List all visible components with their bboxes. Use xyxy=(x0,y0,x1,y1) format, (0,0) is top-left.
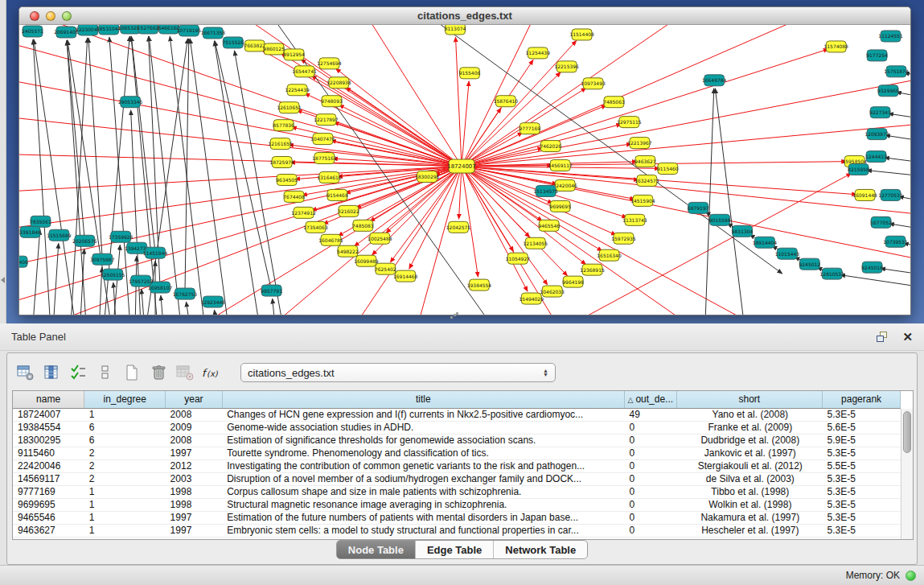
table-cell[interactable]: Nakamura et al. (1997) xyxy=(676,511,823,524)
graph-edge[interactable] xyxy=(19,167,462,274)
graph-edge[interactable] xyxy=(704,89,714,315)
graph-edge[interactable] xyxy=(880,269,910,279)
table-cell[interactable]: 0 xyxy=(625,434,677,447)
column-header-pagerank[interactable]: pagerank xyxy=(823,391,901,408)
table-cell[interactable]: 0 xyxy=(625,472,677,485)
graph-edge[interactable] xyxy=(462,167,528,292)
graph-edge[interactable] xyxy=(19,167,462,234)
table-row[interactable]: 977716911998Corpus callosum shape and si… xyxy=(13,485,901,498)
graph-edge[interactable] xyxy=(215,41,272,290)
graph-edge[interactable] xyxy=(19,33,462,167)
table-cell[interactable]: 5.9E-5 xyxy=(823,434,901,447)
table-cell[interactable]: Tourette syndrome. Phenomenology and cla… xyxy=(222,447,624,459)
table-cell[interactable]: 18724007 xyxy=(13,408,84,421)
table-cell[interactable]: Investigating the contribution of common… xyxy=(222,459,624,472)
table-cell[interactable]: 1 xyxy=(84,511,166,524)
table-row[interactable]: 2242004622012Investigating the contribut… xyxy=(13,459,901,472)
column-header-year[interactable]: year xyxy=(166,391,223,408)
graph-edge[interactable] xyxy=(170,36,209,315)
table-cell[interactable]: 2008 xyxy=(166,434,223,447)
table-cell[interactable]: 1 xyxy=(84,498,166,511)
table-cell[interactable]: 9777169 xyxy=(13,485,84,498)
row-height-icon[interactable] xyxy=(93,361,117,384)
table-cell[interactable]: 9115460 xyxy=(13,447,84,459)
table-cell[interactable]: 0 xyxy=(625,524,677,537)
table-cell[interactable]: 2003 xyxy=(166,472,223,485)
table-cell[interactable]: 2 xyxy=(84,459,166,472)
panel-resize-grip[interactable] xyxy=(450,312,458,319)
graph-edge[interactable] xyxy=(888,113,910,123)
table-cell[interactable]: Dudbridge et al. (2008) xyxy=(676,434,823,447)
delete-column-icon[interactable] xyxy=(146,361,170,384)
table-cell[interactable]: 0 xyxy=(625,485,677,498)
table-cell[interactable]: 0 xyxy=(625,498,677,511)
table-cell[interactable]: Embryonic stem cells: a model to study s… xyxy=(222,524,624,537)
table-cell[interactable]: 18300295 xyxy=(13,434,84,447)
table-cell[interactable]: 5.3E-5 xyxy=(823,447,901,459)
graph-edge[interactable] xyxy=(142,289,147,315)
tab-edge-table[interactable]: Edge Table xyxy=(416,541,494,558)
network-graph[interactable]: 1872400776638229860125891295416544741122… xyxy=(19,25,910,315)
table-cell[interactable]: Structural magnetic resonance image aver… xyxy=(222,498,624,511)
graph-edge[interactable] xyxy=(840,275,910,291)
graph-edge[interactable] xyxy=(131,36,155,253)
graph-edge[interactable] xyxy=(357,25,462,167)
table-select[interactable]: citations_edges.txt ▲▼ xyxy=(240,363,556,382)
table-cell[interactable]: 2009 xyxy=(166,421,223,434)
table-cell[interactable]: 9465546 xyxy=(13,511,84,524)
delete-table-icon[interactable] xyxy=(173,361,197,384)
network-window[interactable]: citations_edges.txt 18724007766382298601… xyxy=(18,6,911,315)
table-row[interactable]: 911546021997Tourette syndrome. Phenomeno… xyxy=(13,447,901,459)
table-cell[interactable]: 0 xyxy=(625,511,677,524)
graph-edge[interactable] xyxy=(67,40,88,315)
table-cell[interactable]: 1 xyxy=(84,524,166,537)
table-cell[interactable]: 22420046 xyxy=(13,459,84,472)
graph-edge[interactable] xyxy=(186,302,195,315)
west-panel-splitter[interactable] xyxy=(0,0,6,323)
table-cell[interactable]: 9699695 xyxy=(13,498,84,511)
table-row[interactable]: 946362711997Embryonic stem cells: a mode… xyxy=(13,524,901,537)
column-header-title[interactable]: title xyxy=(222,391,624,408)
tab-node-table[interactable]: Node Table xyxy=(337,541,416,558)
table-cell[interactable]: 5.3E-5 xyxy=(823,485,901,498)
table-cell[interactable]: 6 xyxy=(84,421,166,434)
table-cell[interactable]: 5.6E-5 xyxy=(823,421,901,434)
graph-edge[interactable] xyxy=(455,37,462,167)
table-cell[interactable]: 5.3E-5 xyxy=(823,524,901,537)
table-cell[interactable]: Hescheler et al. (1997) xyxy=(676,524,823,537)
table-mode-icon[interactable] xyxy=(14,361,38,384)
graph-edge[interactable] xyxy=(31,229,40,315)
table-cell[interactable]: 5.3E-5 xyxy=(823,511,901,524)
table-cell[interactable]: 14569117 xyxy=(13,472,84,485)
graph-edge[interactable] xyxy=(715,89,749,315)
graph-edge[interactable] xyxy=(462,167,910,218)
scrollbar-thumb[interactable] xyxy=(903,411,911,453)
column-header-in_degree[interactable]: in_degree xyxy=(84,391,166,408)
table-row[interactable]: 1872400712008Changes of HCN gene express… xyxy=(13,408,901,421)
graph-edge[interactable] xyxy=(339,105,462,166)
table-cell[interactable]: Changes of HCN gene expression and I(f) … xyxy=(222,408,624,421)
table-cell[interactable]: 1 xyxy=(84,408,166,421)
table-row[interactable]: 946554611997Estimation of the future num… xyxy=(13,511,901,524)
column-header-short[interactable]: short xyxy=(676,391,823,408)
graph-edge[interactable] xyxy=(273,299,279,315)
table-cell[interactable]: 1997 xyxy=(166,447,223,459)
table-cell[interactable]: 1997 xyxy=(166,511,223,524)
table-cell[interactable]: 49 xyxy=(625,408,677,421)
column-header-name[interactable]: name xyxy=(13,391,84,408)
table-cell[interactable]: 0 xyxy=(625,447,677,459)
table-cell[interactable]: Estimation of the future numbers of pati… xyxy=(222,511,624,524)
collapse-panel-arrow-icon[interactable] xyxy=(1,277,5,283)
table-cell[interactable]: Franke et al. (2009) xyxy=(676,421,823,434)
graph-edge[interactable] xyxy=(161,295,166,315)
table-cell[interactable]: 1 xyxy=(84,485,166,498)
table-cell[interactable]: 5.3E-5 xyxy=(823,498,901,511)
float-panel-icon[interactable] xyxy=(877,332,889,343)
vertical-scrollbar[interactable] xyxy=(901,409,913,540)
graph-edge[interactable] xyxy=(419,25,782,274)
graph-edge[interactable] xyxy=(889,224,910,233)
table-cell[interactable]: Corpus callosum shape and size in male p… xyxy=(222,485,624,498)
table-cell[interactable]: Wolkin et al. (1998) xyxy=(676,498,823,511)
table-cell[interactable]: Disruption of a novel member of a sodium… xyxy=(222,472,624,485)
function-builder-icon[interactable]: f(x) xyxy=(199,361,224,384)
